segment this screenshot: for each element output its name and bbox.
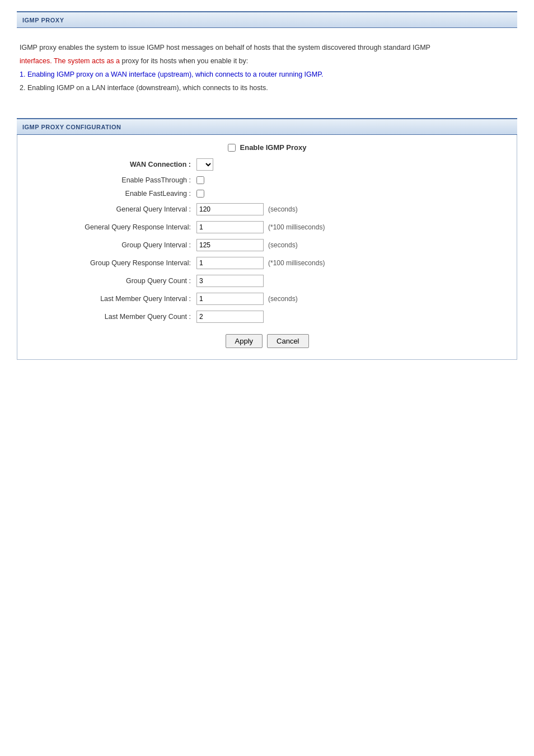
desc-list-1: 1. Enabling IGMP proxy on a WAN interfac… (20, 69, 514, 80)
group-query-interval-label: Group Query Interval : (29, 241, 196, 249)
last-member-count-row: Last Member Query Count : (29, 311, 505, 323)
last-member-interval-row: Last Member Query Interval : (seconds) (29, 293, 505, 305)
enable-igmp-row: Enable IGMP Proxy (29, 143, 505, 152)
passthrough-row: Enable PassThrough : (29, 176, 505, 184)
general-query-interval-input[interactable] (196, 203, 264, 215)
cancel-button[interactable]: Cancel (267, 334, 308, 348)
wan-connection-row: WAN Connection : (29, 158, 505, 171)
group-query-response-row: Group Query Response Interval: (*100 mil… (29, 257, 505, 269)
general-query-response-input[interactable] (196, 221, 264, 233)
last-member-interval-label: Last Member Query Interval : (29, 295, 196, 303)
igmp-proxy-header: IGMP PROXY (17, 11, 517, 28)
fastleaving-control (196, 190, 204, 198)
group-query-response-unit: (*100 milliseconds) (268, 259, 325, 267)
wan-connection-select[interactable] (196, 158, 213, 171)
enable-igmp-checkbox[interactable] (228, 144, 236, 152)
passthrough-label: Enable PassThrough : (29, 176, 196, 184)
last-member-interval-control: (seconds) (196, 293, 298, 305)
fastleaving-row: Enable FastLeaving : (29, 190, 505, 198)
passthrough-checkbox[interactable] (196, 176, 204, 184)
last-member-count-control (196, 311, 264, 323)
enable-igmp-label: Enable IGMP Proxy (240, 143, 307, 152)
group-query-interval-input[interactable] (196, 239, 264, 251)
general-query-response-label: General Query Response Interval: (29, 223, 196, 231)
group-query-interval-unit: (seconds) (268, 241, 298, 249)
group-query-response-label: Group Query Response Interval: (29, 259, 196, 267)
fastleaving-checkbox[interactable] (196, 190, 204, 198)
buttons-row: Apply Cancel (29, 334, 505, 348)
description-block: IGMP proxy enables the system to issue I… (17, 36, 517, 107)
general-query-interval-control: (seconds) (196, 203, 298, 215)
fastleaving-label: Enable FastLeaving : (29, 190, 196, 198)
desc-line2: interfaces. The system acts as a proxy f… (20, 55, 514, 67)
last-member-interval-input[interactable] (196, 293, 264, 305)
group-query-count-control (196, 275, 264, 287)
desc-list-2: 2. Enabling IGMP on a LAN interface (dow… (20, 82, 514, 93)
group-query-count-input[interactable] (196, 275, 264, 287)
igmp-proxy-title: IGMP PROXY (22, 17, 64, 24)
last-member-interval-unit: (seconds) (268, 295, 298, 303)
group-query-response-control: (*100 milliseconds) (196, 257, 325, 269)
wan-connection-control (196, 158, 213, 171)
config-table: Enable IGMP Proxy WAN Connection : Enabl… (17, 135, 517, 360)
general-query-interval-unit: (seconds) (268, 205, 298, 213)
group-query-response-input[interactable] (196, 257, 264, 269)
igmp-proxy-config-header: IGMP PROXY CONFIGURATION (17, 118, 517, 135)
general-query-response-control: (*100 milliseconds) (196, 221, 325, 233)
group-query-count-label: Group Query Count : (29, 277, 196, 285)
group-query-interval-control: (seconds) (196, 239, 298, 251)
group-query-count-row: Group Query Count : (29, 275, 505, 287)
apply-button[interactable]: Apply (226, 334, 263, 348)
general-query-interval-row: General Query Interval : (seconds) (29, 203, 505, 215)
igmp-proxy-config-title: IGMP PROXY CONFIGURATION (22, 124, 121, 130)
general-query-response-row: General Query Response Interval: (*100 m… (29, 221, 505, 233)
general-query-interval-label: General Query Interval : (29, 205, 196, 213)
wan-connection-label: WAN Connection : (29, 161, 196, 168)
desc-line1: IGMP proxy enables the system to issue I… (20, 42, 514, 53)
passthrough-control (196, 176, 204, 184)
page-wrapper: IGMP PROXY IGMP proxy enables the system… (0, 0, 534, 756)
last-member-count-label: Last Member Query Count : (29, 313, 196, 321)
config-section: IGMP PROXY CONFIGURATION Enable IGMP Pro… (17, 118, 517, 360)
last-member-count-input[interactable] (196, 311, 264, 323)
general-query-response-unit: (*100 milliseconds) (268, 223, 325, 231)
group-query-interval-row: Group Query Interval : (seconds) (29, 239, 505, 251)
